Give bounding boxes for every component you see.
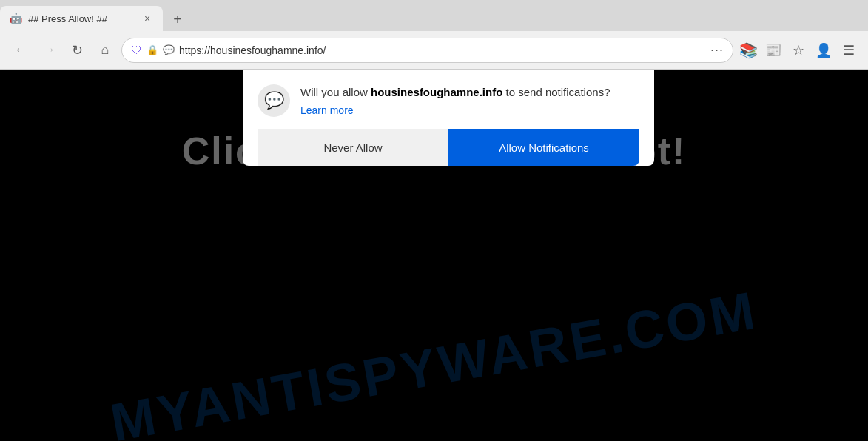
never-allow-button[interactable]: Never Allow	[258, 129, 448, 166]
library-button[interactable]: 📚	[738, 40, 758, 61]
lock-icon: 🔒	[147, 44, 158, 55]
home-button[interactable]: ⌂	[93, 38, 117, 62]
address-more-button[interactable]: ···	[710, 42, 724, 58]
browser-window: 🤖 ## Press Allow! ## × + ← → ↻ ⌂ 🛡 🔒 💬 h…	[0, 0, 868, 441]
bookmark-button[interactable]: ☆	[788, 40, 809, 61]
watermark: MYANTISPYWARE.COM	[1, 261, 867, 441]
reload-button[interactable]: ↻	[65, 38, 89, 62]
browser-chrome: 🤖 ## Press Allow! ## × + ← → ↻ ⌂ 🛡 🔒 💬 h…	[0, 0, 868, 70]
notification-popup: 💬 Will you allow housinesfoughamne.info …	[243, 70, 654, 166]
tab-bar: 🤖 ## Press Allow! ## × +	[0, 0, 868, 31]
tab-title: ## Press Allow! ##	[28, 13, 135, 24]
address-bar[interactable]: 🛡 🔒 💬 https://housinesfoughamne.info/ ··…	[121, 38, 733, 63]
back-button[interactable]: ←	[9, 38, 33, 62]
shield-icon: 🛡	[131, 44, 142, 56]
learn-more-link[interactable]: Learn more	[300, 104, 610, 116]
tab-favicon: 🤖	[9, 12, 22, 25]
popup-icon: 💬	[258, 84, 290, 117]
allow-notifications-button[interactable]: Allow Notifications	[448, 129, 639, 166]
user-account-button[interactable]: 👤	[813, 40, 834, 61]
reader-view-button[interactable]: 📰	[763, 40, 784, 61]
popup-site-name: housinesfoughamne.info	[371, 86, 502, 98]
popup-text: Will you allow housinesfoughamne.info to…	[300, 84, 610, 101]
menu-button[interactable]: ☰	[838, 40, 859, 61]
popup-message: Will you allow housinesfoughamne.info to…	[300, 84, 610, 116]
nav-bar: ← → ↻ ⌂ 🛡 🔒 💬 https://housinesfoughamne.…	[0, 31, 868, 70]
popup-buttons: Never Allow Allow Notifications	[258, 129, 639, 166]
new-tab-button[interactable]: +	[166, 7, 189, 31]
forward-button[interactable]: →	[37, 38, 61, 62]
chat-notification-icon: 💬	[163, 44, 175, 55]
page-content: Click ALLO W… t a robot! MYANTISPYWARE.C…	[0, 70, 868, 441]
tab-close-button[interactable]: ×	[141, 12, 154, 25]
popup-header: 💬 Will you allow housinesfoughamne.info …	[258, 84, 639, 117]
active-tab[interactable]: 🤖 ## Press Allow! ## ×	[0, 6, 163, 31]
url-display[interactable]: https://housinesfoughamne.info/	[179, 44, 706, 56]
